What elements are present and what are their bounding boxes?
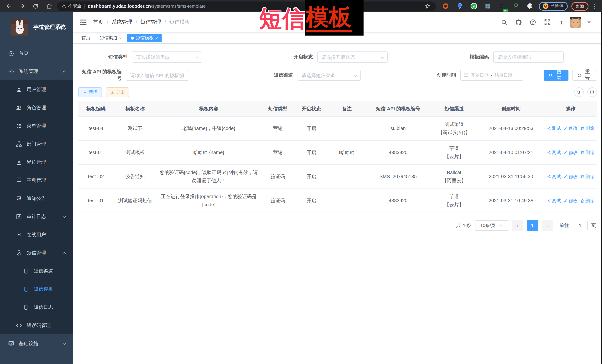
browser-menu-icon[interactable]: ⋮ xyxy=(592,3,597,9)
prev-page-button[interactable]: ‹ xyxy=(512,220,523,231)
col-name: 模板名称 xyxy=(114,102,157,116)
edit-link[interactable]: 修改 xyxy=(564,149,578,156)
create-time-range-picker[interactable]: 开始日期 - 结束日期 xyxy=(461,70,523,81)
goto-page-input[interactable] xyxy=(573,221,588,230)
pagination: 共 4 条 10条/页 ‹ 1 › 前往 页 xyxy=(78,220,597,231)
sidebar-item-audit-log[interactable]: 审计日志 xyxy=(0,207,73,226)
col-type: 短信类型 xyxy=(261,102,295,116)
status-select[interactable] xyxy=(317,52,388,62)
delete-link[interactable]: 删除 xyxy=(580,197,594,205)
sidebar-item-posts[interactable]: 岗位管理 xyxy=(0,153,73,171)
collapse-sidebar-icon[interactable] xyxy=(79,18,87,26)
help-icon[interactable] xyxy=(529,18,537,26)
page-size-select[interactable]: 10条/页 xyxy=(475,220,508,231)
breadcrumb-sms[interactable]: 短信管理 xyxy=(140,19,161,26)
sidebar-item-infrastructure[interactable]: 基础设施 xyxy=(0,334,73,353)
breadcrumb-system[interactable]: 系统管理 xyxy=(112,19,132,26)
update-button[interactable]: 更新 xyxy=(571,2,589,10)
export-button[interactable]: 导出 xyxy=(106,87,129,97)
toggle-search-button[interactable] xyxy=(574,87,583,97)
trash-icon xyxy=(580,151,585,155)
reset-button[interactable]: 重置 xyxy=(572,70,597,81)
template-code-input[interactable] xyxy=(493,52,564,62)
sidebar-item-departments[interactable]: 部门管理 xyxy=(0,135,73,153)
next-page-button[interactable]: › xyxy=(542,220,553,231)
caret-down-icon[interactable] xyxy=(587,21,591,25)
extension-pin-icon[interactable] xyxy=(454,1,465,11)
extension-y-icon[interactable]: y xyxy=(468,1,479,11)
home-icon[interactable] xyxy=(44,1,54,11)
sidebar-menu: 首页 系统管理 用户管理 角色管理 菜单管理 xyxy=(0,42,73,353)
extension-tabs-on-icon[interactable]: on xyxy=(496,1,507,11)
github-icon[interactable] xyxy=(514,18,523,26)
extension-grid-icon[interactable] xyxy=(483,1,493,11)
col-code: 模板编码 xyxy=(78,102,114,116)
phone-icon xyxy=(23,304,29,310)
reload-icon[interactable] xyxy=(30,1,41,11)
breadcrumb: 首页 / 系统管理 / 短信管理 / 短信模板 xyxy=(93,19,190,26)
avatar[interactable] xyxy=(570,17,581,28)
app-logo-row[interactable]: 芋道管理系统 xyxy=(0,12,73,42)
sidebar-item-online-users[interactable]: 在线用户 xyxy=(0,226,73,244)
breadcrumb-home[interactable]: 首页 xyxy=(93,19,103,26)
end-date-placeholder[interactable]: 结束日期 xyxy=(494,72,512,78)
sidebar-item-home[interactable]: 首页 xyxy=(0,44,73,62)
sidebar-item-error-codes[interactable]: 错误码管理 xyxy=(0,316,73,334)
sidebar-item-menus[interactable]: 菜单管理 xyxy=(0,117,73,135)
security-warning[interactable]: 不安全 xyxy=(62,3,82,9)
sidebar-item-roles[interactable]: 角色管理 xyxy=(0,98,73,117)
sidebar-item-sms-channel[interactable]: 短信渠道 xyxy=(0,262,73,280)
test-link[interactable]: 测试 xyxy=(547,197,561,205)
tab-home[interactable]: 首页 xyxy=(78,34,94,42)
sidebar-item-users[interactable]: 用户管理 xyxy=(0,80,73,98)
extension-orange-icon[interactable] xyxy=(440,1,451,11)
close-icon[interactable]: × xyxy=(119,36,122,40)
bookmark-star-icon[interactable] xyxy=(424,2,431,10)
extension-loupe-icon[interactable] xyxy=(511,1,521,11)
col-remark: 备注 xyxy=(328,102,366,116)
profile-chip[interactable]: 已暂停 xyxy=(539,2,568,10)
tab-sms-channel[interactable]: 短信渠道 × xyxy=(96,34,125,42)
puzzle-extensions-icon[interactable] xyxy=(525,1,535,11)
add-button[interactable]: ＋ 新增 xyxy=(78,87,102,97)
window-scrollbar[interactable] xyxy=(601,12,602,364)
test-link[interactable]: 测试 xyxy=(547,149,561,156)
sidebar-item-dict[interactable]: 字典管理 xyxy=(0,171,73,189)
search-button[interactable]: 搜索 xyxy=(544,70,569,81)
current-page-button[interactable]: 1 xyxy=(527,220,538,231)
close-icon[interactable]: × xyxy=(155,36,158,40)
sms-type-select[interactable] xyxy=(132,52,202,62)
back-icon[interactable] xyxy=(4,1,14,11)
font-size-icon[interactable]: TT xyxy=(558,19,563,25)
dashboard-icon xyxy=(8,50,14,56)
start-date-placeholder[interactable]: 开始日期 xyxy=(471,72,489,78)
edit-icon xyxy=(564,199,568,203)
tab-sms-template[interactable]: 短信模板 × xyxy=(127,34,161,42)
delete-link[interactable]: 删除 xyxy=(580,173,594,180)
sidebar-item-notice[interactable]: 通知公告 xyxy=(0,189,73,207)
edit-link[interactable]: 修改 xyxy=(564,125,578,132)
col-actions: 操作 xyxy=(545,102,597,116)
delete-link[interactable]: 删除 xyxy=(580,125,594,132)
forward-icon[interactable] xyxy=(17,1,27,11)
search-icon[interactable] xyxy=(500,18,508,26)
sidebar-item-sms-log[interactable]: 短信日志 xyxy=(0,298,73,316)
sidebar-item-sms-template[interactable]: 短信模板 xyxy=(0,280,73,298)
sidebar-item-system[interactable]: 系统管理 xyxy=(0,62,73,80)
test-link[interactable]: 测试 xyxy=(547,125,561,132)
test-link[interactable]: 测试 xyxy=(547,173,561,180)
trash-icon xyxy=(580,199,585,203)
address-bar[interactable]: 不安全 dashboard.yudao.iocoder.cn/system/sm… xyxy=(57,1,436,11)
refresh-table-button[interactable] xyxy=(587,87,597,97)
channel-select[interactable] xyxy=(297,70,360,81)
create-time-label: 创建时间 xyxy=(414,72,461,79)
edit-link[interactable]: 修改 xyxy=(564,173,578,180)
trash-icon xyxy=(580,175,585,179)
chevron-down-icon xyxy=(62,214,66,219)
delete-link[interactable]: 删除 xyxy=(580,149,594,156)
sidebar-item-sms[interactable]: 短信管理 xyxy=(0,244,73,262)
api-template-input[interactable] xyxy=(126,70,189,81)
fullscreen-icon[interactable] xyxy=(543,18,551,26)
chevron-up-icon xyxy=(62,250,66,256)
edit-link[interactable]: 修改 xyxy=(564,197,578,205)
